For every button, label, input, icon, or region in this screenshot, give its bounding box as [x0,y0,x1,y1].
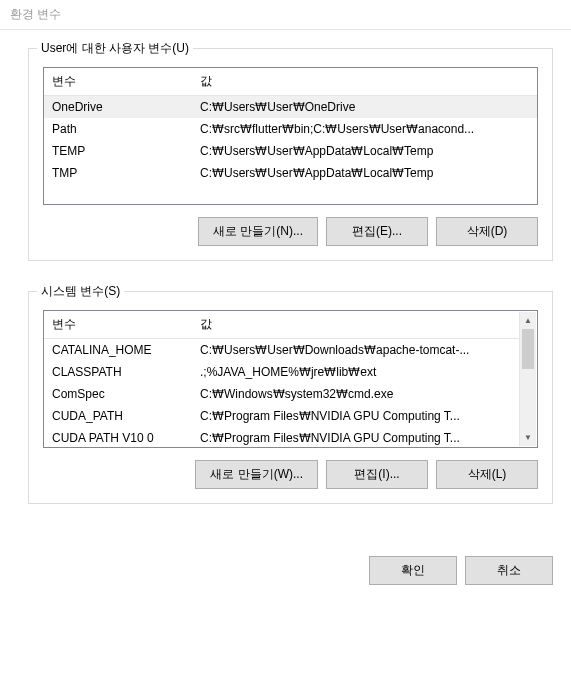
variable-name: ComSpec [44,383,192,405]
user-group-legend: User에 대한 사용자 변수(U) [37,40,193,57]
variable-name: OneDrive [44,96,192,119]
system-new-button[interactable]: 새로 만들기(W)... [195,460,318,489]
user-new-button[interactable]: 새로 만들기(N)... [198,217,318,246]
dialog-content: User에 대한 사용자 변수(U) 변수 값 OneDriveC:₩Users… [0,30,571,544]
variable-name: CUDA_PATH [44,405,192,427]
cancel-button[interactable]: 취소 [465,556,553,585]
scrollbar-thumb[interactable] [522,329,534,369]
variable-name: Path [44,118,192,140]
scroll-down-icon[interactable]: ▼ [520,429,536,446]
system-scrollbar[interactable]: ▲ ▼ [519,312,536,446]
user-table-row[interactable]: TEMPC:₩Users₩User₩AppData₩Local₩Temp [44,140,537,162]
variable-name: CUDA PATH V10 0 [44,427,192,448]
user-edit-button[interactable]: 편집(E)... [326,217,428,246]
user-button-row: 새로 만들기(N)... 편집(E)... 삭제(D) [43,217,538,246]
system-variables-group: 시스템 변수(S) 변수 값 CATALINA_HOMEC:₩Users₩Use… [28,291,553,504]
window-titlebar: 환경 변수 [0,0,571,30]
system-table-row[interactable]: ComSpecC:₩Windows₩system32₩cmd.exe [44,383,520,405]
variable-name: CATALINA_HOME [44,339,192,362]
variable-value: C:₩Program Files₩NVIDIA GPU Computing T.… [192,405,520,427]
variable-value: .;%JAVA_HOME%₩jre₩lib₩ext [192,361,520,383]
variable-value: C:₩Program Files₩NVIDIA GPU Computing T.… [192,427,520,448]
variable-value: C:₩Users₩User₩OneDrive [192,96,537,119]
user-delete-button[interactable]: 삭제(D) [436,217,538,246]
window-title: 환경 변수 [10,6,61,23]
system-col-var[interactable]: 변수 [44,311,192,339]
user-col-var[interactable]: 변수 [44,68,192,96]
system-table-row[interactable]: CATALINA_HOMEC:₩Users₩User₩Downloads₩apa… [44,339,520,362]
user-variables-group: User에 대한 사용자 변수(U) 변수 값 OneDriveC:₩Users… [28,48,553,261]
system-button-row: 새로 만들기(W)... 편집(I)... 삭제(L) [43,460,538,489]
variable-name: TEMP [44,140,192,162]
system-group-legend: 시스템 변수(S) [37,283,124,300]
dialog-footer: 확인 취소 [0,544,571,603]
user-table-row[interactable]: PathC:₩src₩flutter₩bin;C:₩Users₩User₩ana… [44,118,537,140]
system-edit-button[interactable]: 편집(I)... [326,460,428,489]
variable-value: C:₩src₩flutter₩bin;C:₩Users₩User₩anacond… [192,118,537,140]
system-variables-table: 변수 값 CATALINA_HOMEC:₩Users₩User₩Download… [44,311,520,448]
system-table-row[interactable]: CUDA_PATHC:₩Program Files₩NVIDIA GPU Com… [44,405,520,427]
user-variables-table-container[interactable]: 변수 값 OneDriveC:₩Users₩User₩OneDrivePathC… [43,67,538,205]
system-variables-table-container[interactable]: 변수 값 CATALINA_HOMEC:₩Users₩User₩Download… [43,310,538,448]
system-table-row[interactable]: CLASSPATH.;%JAVA_HOME%₩jre₩lib₩ext [44,361,520,383]
variable-name: CLASSPATH [44,361,192,383]
ok-button[interactable]: 확인 [369,556,457,585]
variable-name: TMP [44,162,192,184]
scroll-up-icon[interactable]: ▲ [520,312,536,329]
variable-value: C:₩Users₩User₩AppData₩Local₩Temp [192,162,537,184]
system-table-row[interactable]: CUDA PATH V10 0C:₩Program Files₩NVIDIA G… [44,427,520,448]
user-table-row[interactable]: TMPC:₩Users₩User₩AppData₩Local₩Temp [44,162,537,184]
user-variables-table: 변수 값 OneDriveC:₩Users₩User₩OneDrivePathC… [44,68,537,184]
variable-value: C:₩Users₩User₩Downloads₩apache-tomcat-..… [192,339,520,362]
user-table-row[interactable]: OneDriveC:₩Users₩User₩OneDrive [44,96,537,119]
system-delete-button[interactable]: 삭제(L) [436,460,538,489]
variable-value: C:₩Users₩User₩AppData₩Local₩Temp [192,140,537,162]
user-col-val[interactable]: 값 [192,68,537,96]
system-col-val[interactable]: 값 [192,311,520,339]
variable-value: C:₩Windows₩system32₩cmd.exe [192,383,520,405]
